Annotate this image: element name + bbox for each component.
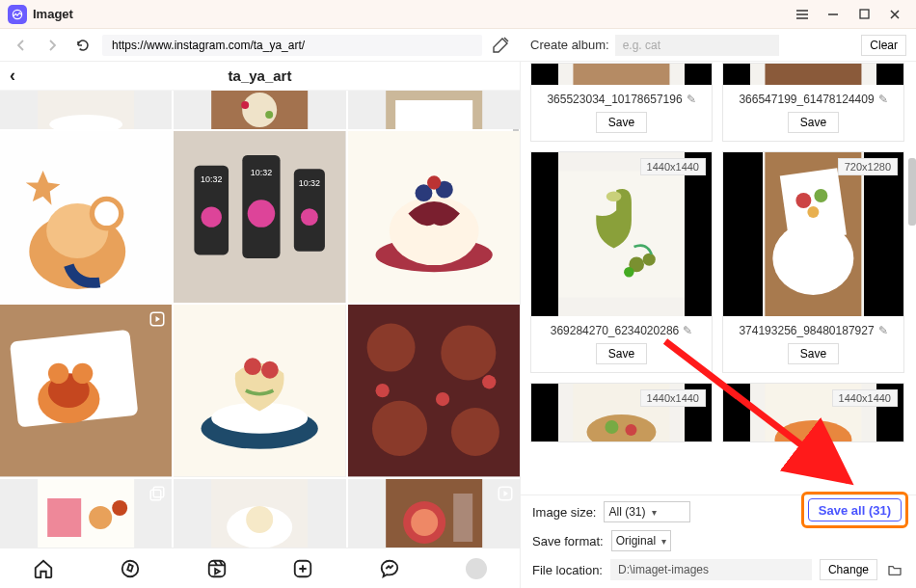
edit-icon[interactable]: ✎ — [878, 93, 888, 106]
home-icon[interactable] — [30, 555, 57, 582]
save-button[interactable]: Save — [788, 343, 839, 364]
svg-point-44 — [366, 324, 415, 372]
grid-tile[interactable] — [348, 131, 520, 303]
result-thumbnail[interactable] — [723, 64, 903, 85]
save-all-button[interactable]: Save all (31) — [808, 498, 902, 521]
browser-toolbar — [0, 34, 521, 57]
clear-button[interactable]: Clear — [861, 35, 906, 56]
svg-point-71 — [606, 191, 622, 200]
svg-rect-43 — [348, 305, 520, 476]
nav-back-icon[interactable] — [10, 34, 33, 57]
svg-rect-77 — [780, 168, 847, 243]
save-button[interactable]: Save — [788, 112, 839, 133]
picker-icon[interactable] — [490, 35, 511, 56]
svg-rect-52 — [47, 498, 81, 537]
minimize-button[interactable] — [820, 4, 847, 25]
multi-icon — [148, 485, 166, 502]
grid-tile[interactable] — [0, 479, 172, 548]
messenger-icon[interactable] — [376, 555, 403, 582]
explore-icon[interactable] — [117, 555, 144, 582]
result-thumbnail[interactable]: 720x1280 — [723, 152, 903, 316]
svg-point-46 — [372, 401, 427, 456]
result-thumbnail[interactable] — [531, 64, 712, 85]
album-name-input[interactable] — [615, 35, 779, 56]
toolbar: Create album: Clear — [0, 29, 916, 62]
image-size-label: Image size: — [532, 505, 596, 520]
file-location-input[interactable] — [610, 559, 812, 580]
maximize-button[interactable] — [850, 4, 877, 25]
instagram-grid-wrap: 10:3210:3210:32 — [0, 91, 520, 548]
create-album-label: Create album: — [530, 38, 609, 52]
create-icon[interactable] — [289, 555, 316, 582]
save-format-select[interactable]: Original▾ — [611, 530, 671, 551]
grid-tile[interactable] — [174, 479, 345, 548]
svg-point-79 — [815, 189, 828, 202]
svg-rect-1 — [860, 10, 869, 18]
grid-tile[interactable] — [174, 305, 345, 476]
edit-icon[interactable]: ✎ — [683, 324, 692, 337]
grid-tile[interactable] — [0, 305, 172, 476]
svg-point-21 — [301, 208, 318, 226]
svg-text:10:32: 10:32 — [201, 174, 222, 184]
grid-tile[interactable]: 10:3210:3210:32 — [174, 131, 345, 303]
grid-tile[interactable] — [348, 479, 520, 548]
grid-tile[interactable] — [174, 91, 345, 129]
svg-point-6 — [241, 101, 249, 109]
grid-tile[interactable] — [348, 305, 520, 476]
svg-point-30 — [427, 175, 441, 189]
svg-point-62 — [411, 509, 438, 536]
image-size-value: All (31) — [608, 505, 645, 519]
url-input[interactable] — [102, 35, 482, 56]
edit-icon[interactable]: ✎ — [687, 93, 696, 106]
svg-point-83 — [605, 420, 618, 434]
grid-tile[interactable] — [0, 91, 172, 129]
right-scrollbar[interactable] — [908, 158, 916, 226]
result-card: 365523034_10178657196✎ Save — [530, 63, 713, 142]
svg-point-47 — [451, 408, 499, 456]
titlebar-left: Imaget — [8, 5, 73, 24]
svg-point-84 — [625, 424, 636, 436]
result-card: 720x1280 374193256_98480187927✎ Save — [722, 151, 904, 373]
svg-point-49 — [436, 392, 449, 406]
dimension-badge: 1440x1440 — [640, 389, 706, 407]
profile-avatar[interactable] — [463, 555, 490, 582]
result-thumbnail[interactable]: 1440x1440 — [531, 152, 712, 316]
svg-point-19 — [202, 206, 222, 227]
svg-point-48 — [375, 384, 389, 397]
titlebar: Imaget — [0, 0, 916, 29]
close-button[interactable] — [881, 4, 908, 25]
save-all-highlight: Save all (31) — [801, 492, 908, 528]
svg-point-78 — [796, 193, 812, 208]
edit-icon[interactable]: ✎ — [878, 324, 888, 337]
save-button[interactable]: Save — [596, 343, 647, 364]
profile-back-icon[interactable]: ‹ — [10, 66, 15, 86]
save-format-value: Original — [616, 534, 656, 548]
svg-point-73 — [643, 254, 656, 266]
svg-point-74 — [624, 267, 633, 277]
instagram-grid: 10:3210:3210:32 — [0, 91, 520, 548]
grid-tile[interactable] — [0, 131, 172, 303]
nav-forward-icon[interactable] — [40, 34, 64, 57]
svg-point-5 — [242, 93, 277, 127]
svg-rect-55 — [154, 487, 165, 497]
svg-point-20 — [248, 200, 276, 227]
hamburger-icon[interactable] — [789, 4, 816, 25]
result-thumbnail[interactable]: 1440x1440 — [531, 384, 712, 441]
grid-tile[interactable] — [348, 91, 520, 129]
change-location-button[interactable]: Change — [820, 559, 877, 580]
result-thumbnail[interactable]: 1440x1440 — [723, 384, 903, 441]
reels-icon[interactable] — [203, 555, 230, 582]
svg-point-45 — [441, 326, 496, 381]
save-button[interactable]: Save — [596, 112, 647, 133]
result-card: 1440x1440 — [722, 383, 904, 442]
dimension-badge: 1440x1440 — [832, 389, 898, 407]
results-list: 365523034_10178657196✎ Save 366547199_61… — [521, 62, 916, 494]
open-folder-icon[interactable] — [885, 560, 904, 579]
svg-point-41 — [244, 359, 261, 376]
result-filename: 369284270_6234020286 — [551, 324, 679, 337]
svg-text:10:32: 10:32 — [299, 178, 320, 188]
reload-icon[interactable] — [71, 34, 94, 57]
image-size-select[interactable]: All (31)▾ — [604, 501, 690, 522]
svg-rect-69 — [765, 64, 861, 85]
result-card: 1440x1440 369284270_6234020286✎ Save — [530, 151, 713, 373]
